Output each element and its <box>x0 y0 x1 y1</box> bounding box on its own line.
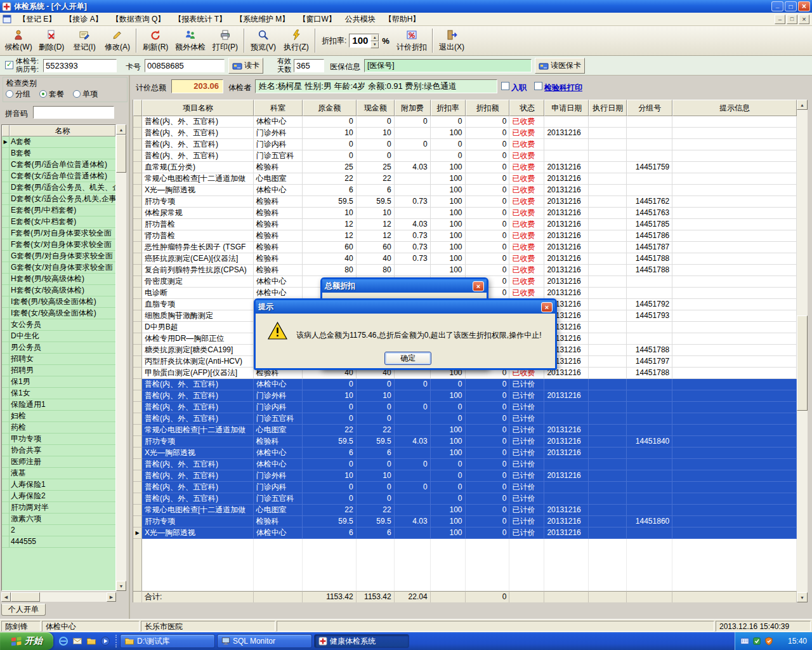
spinner-down-icon[interactable] <box>370 41 379 48</box>
list-item[interactable]: I套餐(男/较高级全面体检) <box>2 296 115 308</box>
ime-icon[interactable] <box>740 637 749 646</box>
list-item[interactable]: 444555 <box>2 536 115 548</box>
menu-item[interactable]: 【登记 E】 <box>14 13 60 26</box>
price-discount-button[interactable]: 计价折扣 <box>393 27 430 55</box>
column-header-info[interactable]: 提示信息 <box>672 100 797 116</box>
maximize-button[interactable] <box>785 1 797 11</box>
close-button[interactable] <box>798 1 810 11</box>
list-item[interactable]: 招聘男 <box>2 365 115 376</box>
radio-套餐[interactable]: 套餐 <box>39 89 64 100</box>
scrollbar-thumb[interactable] <box>11 592 40 602</box>
menu-item[interactable]: 【数据查询 Q】 <box>107 13 170 26</box>
list-item[interactable]: E套餐(女/中档套餐) <box>2 216 115 228</box>
list-item[interactable]: 人寿保险1 <box>2 479 115 491</box>
table-row[interactable]: 常规心电图检查[十二通道加做心电图室22221000已计价20131216 <box>133 505 797 516</box>
list-item[interactable]: 妇检 <box>2 411 115 422</box>
list-item[interactable]: H套餐(男/较高级体检) <box>2 274 115 285</box>
menu-item[interactable]: 公共模块 <box>341 13 380 26</box>
list-item[interactable]: 保1女 <box>2 388 115 399</box>
taskbar-window-button[interactable]: SQL Monitor <box>217 634 312 648</box>
table-row[interactable]: 普检(内、外、五官科)门诊内科00000已计价 <box>133 482 797 493</box>
column-header-date[interactable]: 申请日期 <box>544 100 589 116</box>
folder-small-icon[interactable] <box>86 636 96 646</box>
antivirus-icon[interactable] <box>764 637 773 646</box>
scroll-left-icon[interactable] <box>1 592 11 602</box>
alert-ok-button[interactable]: 确定 <box>384 352 431 365</box>
list-item[interactable]: B套餐 <box>2 148 115 159</box>
start-button[interactable]: 开始 <box>0 632 53 650</box>
column-header-rate[interactable]: 折扣率 <box>431 100 466 116</box>
execute-button[interactable]: 执行(Z) <box>280 27 313 55</box>
ie-icon[interactable] <box>58 636 69 646</box>
preview-button[interactable]: 预览(V) <box>247 27 280 55</box>
table-row[interactable]: 肝功专项检验科59.559.54.031000已计价20131216144518… <box>133 516 797 527</box>
refresh-button[interactable]: 刷新(R) <box>139 27 172 55</box>
menu-item[interactable]: 【接诊 A】 <box>60 13 107 26</box>
radio-分组[interactable]: 分组 <box>6 89 30 100</box>
discount-rate-input[interactable]: 100 <box>349 34 379 48</box>
list-item[interactable]: F套餐(男/对自身体要求较全面 <box>2 228 115 239</box>
list-item[interactable]: 药检 <box>2 422 115 434</box>
scroll-down-icon[interactable] <box>797 592 808 602</box>
list-item[interactable]: C套餐(女/适合单位普通体检) <box>2 171 115 182</box>
table-row[interactable]: 复合前列腺特异性抗原(CPSA)检验科80801000已收费2013121614… <box>133 265 797 276</box>
read-insurance-card-button[interactable]: 读医保卡 <box>535 58 585 74</box>
column-header-exec[interactable]: 执行日期 <box>589 100 627 116</box>
list-item[interactable]: 液基 <box>2 468 115 479</box>
taskbar-window-button[interactable]: 健康体检系统 <box>314 634 409 648</box>
list-item[interactable]: 人寿保险2 <box>2 491 115 502</box>
taskbar-window-button[interactable]: D:\测试库 <box>120 634 215 648</box>
table-row[interactable]: 普检(内、外、五官科)门诊五官科0000已计价 <box>133 493 797 505</box>
list-item[interactable]: ▶A套餐 <box>2 136 115 148</box>
mdi-close-button[interactable] <box>799 15 809 24</box>
alert-close-icon[interactable] <box>541 302 553 312</box>
wait-check-button[interactable]: 候检(W) <box>2 27 35 55</box>
read-card-button[interactable]: 读卡 <box>228 58 263 74</box>
table-row[interactable]: 普检(内、外、五官科)门诊五官科0000已收费 <box>133 150 797 162</box>
exit-button[interactable]: 退出(X) <box>435 27 468 55</box>
list-item[interactable]: 医师注册 <box>2 456 115 468</box>
print-button[interactable]: 打印(P) <box>209 27 242 55</box>
table-row[interactable]: 普检(内、外、五官科)体检中心00000已计价 <box>133 379 797 390</box>
menu-item[interactable]: 【窗口W】 <box>294 13 340 26</box>
mdi-minimize-button[interactable] <box>775 15 785 24</box>
column-header-curr[interactable]: 现金额 <box>357 100 395 116</box>
list-item[interactable]: D中生化 <box>2 331 115 342</box>
modify-button[interactable]: 修改(A) <box>101 27 134 55</box>
column-header-extra[interactable]: 附加费 <box>395 100 431 116</box>
tab-personal-order[interactable]: 个人开单 <box>1 604 46 616</box>
column-header-orig[interactable]: 原金额 <box>303 100 357 116</box>
exam-no-input[interactable] <box>43 59 117 72</box>
list-item[interactable]: 保1男 <box>2 376 115 388</box>
taskbar-clock[interactable]: 15:40 <box>788 637 807 646</box>
column-header-name[interactable]: 项目名称 <box>142 100 254 116</box>
grid-scrollbar-vertical[interactable] <box>797 100 808 602</box>
minimize-button[interactable] <box>771 1 783 11</box>
card-no-input[interactable] <box>145 59 225 72</box>
sidebar-scrollbar-horizontal[interactable] <box>1 592 116 602</box>
table-total-row[interactable]: 合计:1153.421153.4222.040 <box>133 591 797 602</box>
column-header-dept[interactable]: 科室 <box>254 100 303 116</box>
list-header-label[interactable]: 名称 <box>10 125 115 136</box>
list-item[interactable]: 2 <box>2 525 115 536</box>
lab-print-checkbox[interactable] <box>534 82 542 90</box>
list-item[interactable]: 女公务员 <box>2 319 115 331</box>
table-row[interactable]: 普检(内、外、五官科)门诊内科00000已计价 <box>133 402 797 413</box>
pinyin-code-input[interactable] <box>33 106 114 119</box>
insurance-no-field[interactable]: [医保号] <box>364 59 532 72</box>
list-item[interactable]: H套餐(女/较高级体检) <box>2 285 115 296</box>
list-item[interactable]: D套餐(男/适合公务员、机关、企 <box>2 182 115 194</box>
extra-exam-button[interactable]: 额外体检 <box>172 27 209 55</box>
list-item[interactable]: I套餐(女/较高级全面体检) <box>2 308 115 319</box>
table-row[interactable]: 肝功专项检验科59.559.50.731000已收费20131216144517… <box>133 196 797 208</box>
list-item[interactable]: 招聘女 <box>2 354 115 365</box>
list-item[interactable]: D套餐(女/适合公务员,机关,企事 <box>2 194 115 205</box>
table-row[interactable]: X光—胸部透视体检中心661000已计价20131216 <box>133 448 797 459</box>
mail-icon[interactable] <box>72 636 82 646</box>
table-row[interactable]: 恶性肿瘤特异生长因子 (TSGF检验科60600.731000已收费201312… <box>133 242 797 253</box>
menu-item[interactable]: 【系统维护 M】 <box>231 13 294 26</box>
table-row[interactable]: 肝功专项检验科59.559.54.031000已计价20131216144518… <box>133 436 797 448</box>
sidebar-scrollbar-vertical[interactable] <box>116 124 126 591</box>
scroll-up-icon[interactable] <box>797 100 808 110</box>
table-row[interactable]: 普检(内、外、五官科)门诊外科10101000已计价20131216 <box>133 390 797 402</box>
